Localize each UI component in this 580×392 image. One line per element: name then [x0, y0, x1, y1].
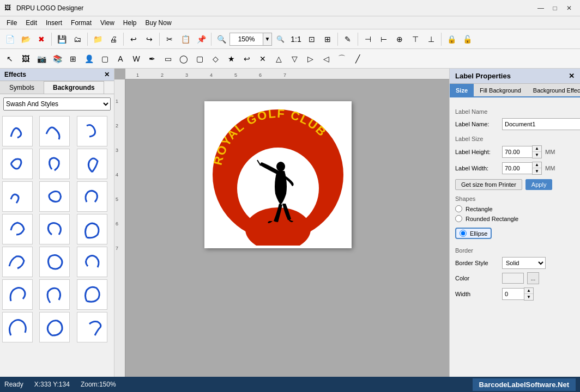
shape-ellipse-label[interactable]: Ellipse	[470, 230, 487, 237]
paste-button[interactable]: 📌	[194, 32, 209, 47]
diamond-tool[interactable]: ◇	[208, 51, 223, 66]
multi-tool[interactable]: ⊞	[65, 51, 81, 66]
effects-style-select[interactable]: Swash And Styles	[3, 97, 111, 111]
effect-item-4[interactable]	[2, 149, 33, 179]
camera-tool[interactable]: 📷	[34, 51, 49, 66]
effect-item-20[interactable]	[39, 312, 70, 342]
props-close-button[interactable]: ✕	[569, 72, 575, 80]
open-button[interactable]: 📂	[18, 32, 33, 47]
apply-button[interactable]: Apply	[525, 179, 553, 190]
undo-button[interactable]: ↩	[126, 32, 141, 47]
border-style-select[interactable]: Solid Dashed Dotted Double	[502, 257, 546, 269]
cross-tool[interactable]: ✕	[255, 51, 270, 66]
text-tool[interactable]: A	[113, 51, 128, 66]
effect-item-19[interactable]	[2, 312, 33, 342]
label-width-up[interactable]: ▲	[533, 162, 541, 168]
label-width-down[interactable]: ▼	[533, 168, 541, 174]
align-center-button[interactable]: ⊕	[392, 32, 407, 47]
menu-file[interactable]: File	[2, 17, 21, 29]
shape-rounded-rectangle-label[interactable]: Rounded Rectangle	[466, 216, 518, 222]
label-width-input[interactable]	[502, 162, 532, 174]
edit-mode-button[interactable]: ✎	[340, 32, 355, 47]
menu-help[interactable]: Help	[119, 17, 141, 29]
effect-item-7[interactable]	[2, 181, 33, 212]
align-left-button[interactable]: ⊣	[360, 32, 376, 47]
save-all-button[interactable]: 🗂	[70, 32, 85, 47]
effect-item-5[interactable]	[39, 149, 70, 179]
effect-item-21[interactable]	[77, 312, 107, 342]
shape-rectangle-radio[interactable]	[455, 205, 462, 212]
tab-symbols[interactable]: Symbols	[0, 81, 44, 94]
tab-backgrounds[interactable]: Backgrounds	[44, 81, 104, 94]
border-width-down[interactable]: ▼	[524, 294, 533, 300]
effect-item-3[interactable]	[77, 116, 107, 146]
line-tool[interactable]: ╱	[350, 51, 365, 66]
border-color-picker-button[interactable]: ...	[527, 272, 539, 284]
play-tool[interactable]: ▷	[303, 51, 318, 66]
menu-insert[interactable]: Insert	[41, 17, 67, 29]
rect-tool[interactable]: ▭	[160, 51, 176, 66]
zoom-fit-button[interactable]: ⊡	[304, 32, 319, 47]
effect-item-11[interactable]	[39, 214, 70, 244]
effects-close-button[interactable]: ✕	[104, 71, 110, 78]
arc-tool[interactable]: ⌒	[334, 51, 349, 66]
effect-item-2[interactable]	[39, 116, 70, 146]
new-button[interactable]: 📄	[2, 32, 17, 47]
effect-item-1[interactable]	[2, 116, 33, 146]
align-right-button[interactable]: ⊢	[376, 32, 391, 47]
zoom-input[interactable]: 150%	[230, 33, 263, 45]
label-height-input[interactable]	[502, 146, 532, 158]
star-tool[interactable]: ★	[223, 51, 239, 66]
minimize-button[interactable]: —	[534, 2, 547, 15]
effect-item-12[interactable]	[77, 214, 107, 244]
zoom-in-button[interactable]: 🔍	[214, 32, 229, 47]
circle-tool[interactable]: ◯	[176, 51, 191, 66]
menu-edit[interactable]: Edit	[21, 17, 41, 29]
border-width-up[interactable]: ▲	[524, 288, 533, 294]
play2-tool[interactable]: ◁	[318, 51, 334, 66]
border-width-input[interactable]	[502, 288, 524, 300]
effect-item-13[interactable]	[2, 247, 33, 277]
tab-background-effects[interactable]: Background Effects	[527, 84, 580, 96]
effect-item-9[interactable]	[77, 181, 107, 212]
canvas-area[interactable]: 1 2 3 4 5 6 7 1 2 3 4 5 6 7	[114, 69, 449, 377]
align-bottom-button[interactable]: ⊥	[424, 32, 439, 47]
tab-fill-background[interactable]: Fill Background	[474, 84, 527, 96]
menu-format[interactable]: Format	[67, 17, 96, 29]
effect-item-8[interactable]	[39, 181, 70, 212]
maximize-button[interactable]: □	[548, 2, 561, 15]
effect-item-6[interactable]	[77, 149, 107, 179]
layers-tool[interactable]: 📚	[50, 51, 65, 66]
pen-tool[interactable]: ✒	[144, 51, 160, 66]
triangle-tool[interactable]: △	[271, 51, 286, 66]
menu-view[interactable]: View	[96, 17, 119, 29]
zoom-dropdown-button[interactable]: ▼	[263, 33, 271, 45]
shape-ellipse-radio[interactable]	[460, 230, 467, 237]
cut-button[interactable]: ✂	[162, 32, 177, 47]
close-button[interactable]: ✕	[563, 2, 576, 15]
grid-button[interactable]: ⊞	[320, 32, 335, 47]
effect-item-14[interactable]	[39, 247, 70, 277]
shape-rounded-rectangle-radio[interactable]	[455, 215, 462, 222]
triangle2-tool[interactable]: ▽	[287, 51, 302, 66]
close-x-button[interactable]: ✖	[34, 32, 49, 47]
lock-button[interactable]: 🔒	[444, 32, 459, 47]
image-tool[interactable]: 🖼	[18, 51, 33, 66]
tab-size[interactable]: Size	[450, 84, 474, 96]
unlock-button[interactable]: 🔓	[460, 32, 475, 47]
copy-button[interactable]: 📋	[178, 32, 193, 47]
wordart-tool[interactable]: W	[129, 51, 144, 66]
label-height-down[interactable]: ▼	[533, 152, 541, 158]
open2-button[interactable]: 📁	[90, 32, 105, 47]
effect-item-18[interactable]	[77, 279, 107, 310]
zoom-100-button[interactable]: 1:1	[288, 32, 304, 47]
menu-buynow[interactable]: Buy Now	[141, 17, 176, 29]
align-top-button[interactable]: ⊤	[408, 32, 423, 47]
effect-item-16[interactable]	[2, 279, 33, 310]
get-size-from-printer-button[interactable]: Get size from Printer	[455, 179, 522, 190]
effect-item-10[interactable]	[2, 214, 33, 244]
select-tool[interactable]: ↖	[2, 51, 17, 66]
effect-item-17[interactable]	[39, 279, 70, 310]
select2-tool[interactable]: ▢	[97, 51, 112, 66]
user-tool[interactable]: 👤	[81, 51, 96, 66]
